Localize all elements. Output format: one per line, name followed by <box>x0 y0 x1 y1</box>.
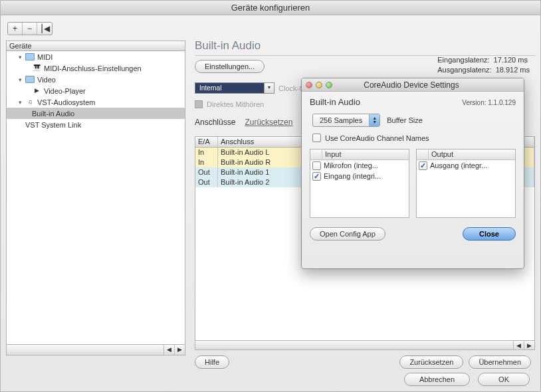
scroll-left-button[interactable]: ◀ <box>513 341 524 349</box>
ports-label: Anschlüsse <box>195 118 235 127</box>
panel-title: Built-in Audio <box>195 39 535 52</box>
output-list[interactable]: Output Ausgang (integr... <box>416 149 516 218</box>
stepper-icon[interactable]: ▲▼ <box>369 114 379 126</box>
ok-button[interactable]: OK <box>478 373 530 386</box>
settings-button[interactable]: Einstellungen... <box>195 60 265 73</box>
window-title: Geräte konfigurieren <box>1 1 540 15</box>
cancel-button[interactable]: Abbrechen <box>404 373 470 386</box>
main-window: Geräte konfigurieren + − ⎮◀ Geräte ▾MIDI… <box>0 0 541 392</box>
close-window-icon[interactable] <box>306 82 312 88</box>
close-button[interactable]: Close <box>463 227 516 241</box>
player-icon: ▶ <box>32 87 41 94</box>
ports-reset-link[interactable]: Zurücksetzen <box>245 118 292 127</box>
output-latency-label: Ausgangslatenz: <box>437 65 491 75</box>
input-item[interactable]: Mikrofon (integ... <box>310 160 409 171</box>
output-item[interactable]: Ausgang (integr... <box>417 160 515 171</box>
buffer-size-combo[interactable]: 256 Samples ▲▼ <box>312 114 380 127</box>
scroll-left-button[interactable]: ◀ <box>163 345 174 355</box>
tree-item-video[interactable]: ▾Video <box>7 74 185 85</box>
reset-button[interactable]: Zurücksetzen <box>399 355 463 369</box>
use-channel-names-checkbox[interactable]: Use CoreAudio Channel Names <box>312 134 516 142</box>
folder-icon <box>25 53 35 60</box>
input-latency-label: Eingangslatenz: <box>437 55 489 65</box>
col-direction[interactable]: E/A <box>195 137 218 147</box>
input-item[interactable]: Eingang (integri... <box>310 171 409 181</box>
audio-icon: ♫ <box>25 98 35 106</box>
help-button[interactable]: Hilfe <box>195 355 229 369</box>
tree-footer <box>7 345 163 355</box>
toolbar: + − ⎮◀ <box>7 21 534 37</box>
clock-source-combo[interactable]: Internal ▾ <box>195 82 274 94</box>
tree-item-vst-link[interactable]: VST System Link <box>7 119 185 130</box>
tree-item-video-player[interactable]: ▶Video-Player <box>7 85 185 96</box>
open-config-button[interactable]: Open Config App <box>310 227 385 241</box>
buffer-size-label: Buffer Size <box>387 116 423 124</box>
chevron-down-icon[interactable]: ▾ <box>264 82 274 94</box>
minimize-window-icon[interactable] <box>316 82 322 88</box>
apply-button[interactable]: Übernehmen <box>469 355 531 369</box>
tree-item-midi-settings[interactable]: 🎹MIDI-Anschluss-Einstellungen <box>7 62 185 74</box>
tree-item-midi[interactable]: ▾MIDI <box>7 51 185 62</box>
input-latency-value: 17.120 ms <box>494 55 528 65</box>
rewind-button[interactable]: ⎮◀ <box>37 23 52 35</box>
direct-monitor-label: Direktes Mithören <box>207 100 264 108</box>
tree-item-vst-audio[interactable]: ▾♫VST-Audiosystem <box>7 96 185 108</box>
zoom-window-icon[interactable] <box>326 82 332 88</box>
device-tree[interactable]: ▾MIDI 🎹MIDI-Anschluss-Einstellungen ▾Vid… <box>6 51 185 345</box>
dialog-version: Version: 1.1.0.129 <box>462 99 516 106</box>
scroll-right-button[interactable]: ▶ <box>524 341 534 349</box>
midi-icon: 🎹 <box>32 64 41 72</box>
scroll-right-button[interactable]: ▶ <box>174 345 185 355</box>
remove-button[interactable]: − <box>23 23 37 35</box>
coreaudio-dialog: CoreAudio Device Settings Built-in Audio… <box>301 78 524 269</box>
dialog-title: CoreAudio Device Settings <box>332 80 490 90</box>
input-list[interactable]: Input Mikrofon (integ... Eingang (integr… <box>310 149 409 218</box>
sidebar-header: Geräte <box>6 41 185 51</box>
output-latency-value: 18.912 ms <box>496 65 530 75</box>
direct-monitor-checkbox[interactable] <box>195 100 203 108</box>
tree-item-built-in-audio[interactable]: Built-in Audio <box>7 108 185 119</box>
dialog-subtitle: Built-in Audio <box>310 97 360 107</box>
folder-icon <box>25 76 35 83</box>
add-button[interactable]: + <box>8 23 23 35</box>
